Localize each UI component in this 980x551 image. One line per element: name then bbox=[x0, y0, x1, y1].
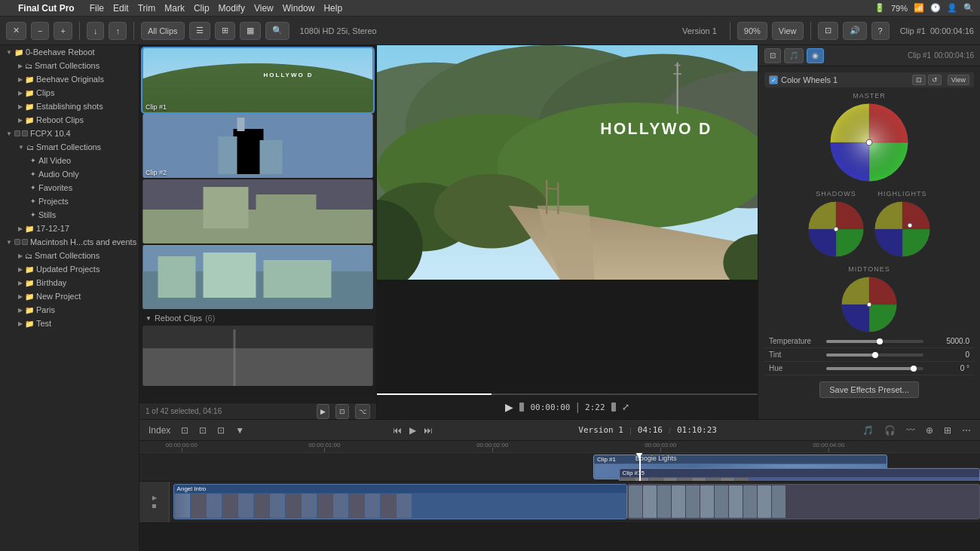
temperature-slider[interactable] bbox=[826, 340, 923, 343]
midtones-color-wheel[interactable]: ↺ bbox=[839, 274, 899, 335]
preview-progress-bar[interactable] bbox=[377, 393, 758, 395]
timeline-playhead[interactable] bbox=[639, 453, 641, 481]
sidebar-item-macintosh[interactable]: ▼ Macintosh H...cts and events bbox=[0, 235, 139, 249]
sidebar-item-fcpx[interactable]: ▼ FCPX 10.4 bbox=[0, 127, 139, 140]
hue-thumb[interactable] bbox=[911, 366, 917, 372]
sidebar-item-17-12-17[interactable]: ▶ 📁 17-12-17 bbox=[0, 222, 139, 235]
inspector-tab-color[interactable]: ◉ bbox=[807, 48, 824, 63]
version-display: Version 1 bbox=[682, 26, 717, 35]
zoom-control[interactable]: 90% bbox=[737, 22, 767, 40]
view-btn[interactable]: View bbox=[772, 22, 804, 40]
sidebar-item-reboot-clips[interactable]: ▶ 📁 Reboot Clips bbox=[0, 113, 139, 127]
clip-thumbnail-reboot[interactable] bbox=[142, 326, 373, 386]
inspector-tab-2[interactable]: 🎵 bbox=[784, 48, 804, 63]
tl-arrow-btn[interactable]: ▼ bbox=[232, 424, 247, 437]
minimize-btn[interactable]: − bbox=[31, 22, 49, 40]
audio-btn[interactable]: 🔊 bbox=[843, 22, 867, 40]
share-btn[interactable]: ↑ bbox=[109, 22, 127, 40]
playback-btn[interactable]: ▶ bbox=[317, 404, 329, 419]
sidebar-item-smart-collections-3[interactable]: ▶ 🗂 Smart Collections bbox=[0, 249, 139, 262]
clip-thumbnail-1[interactable]: HOLLYWO D Clip #1 bbox=[142, 48, 373, 112]
expand-button[interactable]: ⤢ bbox=[622, 402, 629, 412]
tl-zoom-btn[interactable]: ⊕ bbox=[923, 424, 936, 437]
tint-thumb[interactable] bbox=[872, 352, 878, 358]
separator-1 bbox=[79, 22, 80, 40]
clip-block-15[interactable]: Clip #15 bbox=[619, 468, 980, 482]
fullscreen-btn[interactable]: + bbox=[54, 22, 72, 40]
highlights-color-wheel[interactable]: ↺ bbox=[872, 199, 933, 259]
transport-play[interactable]: ▶ bbox=[406, 424, 419, 437]
effect-reset-btn[interactable]: ↺ bbox=[928, 75, 942, 85]
tl-clip-btn-1[interactable]: ⊡ bbox=[178, 424, 191, 437]
sidebar-item-stills[interactable]: ✦ Stills bbox=[0, 208, 139, 222]
sidebar-item-establishing[interactable]: ▶ 📁 Establishing shots bbox=[0, 99, 139, 113]
shadows-color-wheel[interactable]: ↺ bbox=[806, 199, 866, 259]
menu-modify[interactable]: Modify bbox=[219, 3, 245, 14]
user-icon: 👤 bbox=[947, 3, 957, 13]
view-dropdown[interactable]: View bbox=[948, 75, 969, 85]
clip-block-right-1[interactable] bbox=[627, 484, 980, 520]
clip-block-angel[interactable]: Angel Intro bbox=[173, 484, 627, 520]
tl-headphone-btn[interactable]: 🎧 bbox=[881, 424, 899, 437]
tl-overflow-btn[interactable]: ⋯ bbox=[959, 424, 974, 437]
tl-settings-btn[interactable]: ⊞ bbox=[941, 424, 954, 437]
track-play-btn[interactable]: ▶ bbox=[152, 494, 157, 501]
inspector-tab-1[interactable]: ⊡ bbox=[764, 48, 781, 63]
play-button[interactable]: ▶ bbox=[505, 401, 513, 413]
clip-thumbnail-4[interactable] bbox=[142, 245, 373, 309]
tint-slider[interactable] bbox=[826, 354, 923, 357]
index-button[interactable]: Index bbox=[145, 424, 173, 437]
all-clips-btn[interactable]: All Clips bbox=[141, 22, 185, 40]
save-effects-preset-button[interactable]: Save Effects Preset... bbox=[819, 381, 919, 398]
tl-audio-btn[interactable]: 🎵 bbox=[859, 424, 877, 437]
menu-trim[interactable]: Trim bbox=[138, 3, 156, 14]
sidebar-item-birthday[interactable]: ▶ 📁 Birthday bbox=[0, 276, 139, 289]
effect-screenshot-btn[interactable]: ⊡ bbox=[912, 75, 926, 85]
help-btn[interactable]: ? bbox=[871, 22, 890, 40]
duration-btn[interactable]: ⊡ bbox=[335, 404, 349, 419]
sidebar-item-smart-collections-1[interactable]: ▶ 🗂 Smart Collections bbox=[0, 59, 139, 72]
sidebar-item-clips[interactable]: ▶ 📁 Clips bbox=[0, 86, 139, 99]
skim-btn[interactable]: ⌥ bbox=[355, 404, 370, 419]
clip-thumbnail-2[interactable]: Clip #2 bbox=[142, 114, 373, 178]
sidebar-item-audio-only[interactable]: ✦ Audio Only bbox=[0, 167, 139, 181]
transport-back[interactable]: ⏮ bbox=[390, 424, 405, 437]
reboot-clips-group-label[interactable]: ▼ Reboot Clips (6) bbox=[142, 311, 373, 324]
search-icon[interactable]: 🔍 bbox=[963, 3, 974, 13]
search-clips-btn[interactable]: 🔍 bbox=[265, 22, 289, 40]
sidebar-item-all-video[interactable]: ✦ All Video bbox=[0, 154, 139, 167]
inspector-toggle[interactable]: ⊡ bbox=[818, 22, 838, 40]
menu-view[interactable]: View bbox=[254, 3, 274, 14]
menu-file[interactable]: File bbox=[90, 3, 104, 14]
sidebar-item-beehave-originals[interactable]: ▶ 📁 Beehave Originals bbox=[0, 72, 139, 86]
sidebar-item-paris[interactable]: ▶ 📁 Paris bbox=[0, 303, 139, 317]
clip-thumbnail-3[interactable] bbox=[142, 179, 373, 243]
grid-view-btn[interactable]: ⊞ bbox=[215, 22, 235, 40]
sidebar-item-favorites[interactable]: ✦ Favorites bbox=[0, 181, 139, 194]
list-view-btn[interactable]: ☰ bbox=[189, 22, 210, 40]
tl-waveform-btn[interactable]: 〰 bbox=[903, 424, 918, 437]
menu-window[interactable]: Window bbox=[283, 3, 315, 14]
import-btn[interactable]: ↓ bbox=[87, 22, 105, 40]
sidebar-item-updated-projects[interactable]: ▶ 📁 Updated Projects bbox=[0, 262, 139, 276]
sidebar-item-beehave-reboot[interactable]: ▼ 📁 0-Beehave Reboot bbox=[0, 45, 139, 59]
menu-help[interactable]: Help bbox=[323, 3, 342, 14]
sidebar-item-test[interactable]: ▶ 📁 Test bbox=[0, 317, 139, 330]
filmstrip-btn[interactable]: ▦ bbox=[240, 22, 261, 40]
clip-number-display: Clip #1 bbox=[900, 26, 926, 35]
sidebar-item-projects[interactable]: ✦ Projects bbox=[0, 194, 139, 208]
transport-forward[interactable]: ⏭ bbox=[421, 424, 436, 437]
master-color-wheel[interactable]: ↺ bbox=[828, 101, 911, 184]
track-stop-btn[interactable]: ⏹ bbox=[152, 503, 158, 510]
hue-slider[interactable] bbox=[826, 367, 923, 370]
sidebar-item-smart-collections-2[interactable]: ▼ 🗂 Smart Collections bbox=[0, 140, 139, 154]
close-btn[interactable]: ✕ bbox=[6, 22, 26, 40]
sidebar-item-new-project[interactable]: ▶ 📁 New Project bbox=[0, 289, 139, 303]
menu-edit[interactable]: Edit bbox=[113, 3, 129, 14]
tl-clip-btn-2[interactable]: ⊡ bbox=[196, 424, 210, 437]
menu-clip[interactable]: Clip bbox=[194, 3, 210, 14]
effect-checkbox[interactable]: ✓ bbox=[769, 75, 778, 84]
temperature-thumb[interactable] bbox=[877, 338, 883, 344]
menu-mark[interactable]: Mark bbox=[164, 3, 185, 14]
tl-clip-btn-3[interactable]: ⊡ bbox=[214, 424, 228, 437]
